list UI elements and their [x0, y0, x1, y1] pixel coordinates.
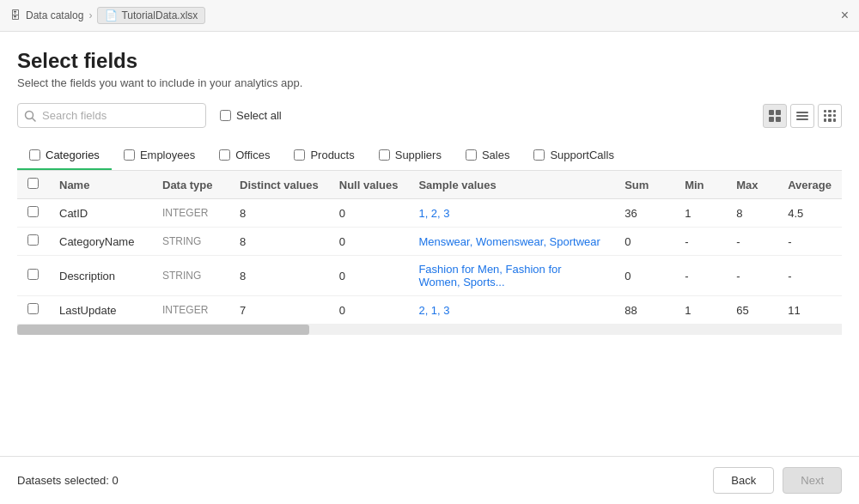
- cell-average: 4.5: [777, 199, 842, 228]
- col-header-type: Data type: [152, 171, 229, 199]
- tab-sales[interactable]: Sales: [454, 142, 522, 170]
- grid3-icon: [824, 110, 836, 122]
- col-header-max: Max: [726, 171, 777, 199]
- view-icons: [763, 104, 842, 128]
- cell-type: STRING: [152, 228, 229, 256]
- tab-suppliers[interactable]: Suppliers: [367, 142, 454, 170]
- tab-offices[interactable]: Offices: [207, 142, 282, 170]
- tab-checkbox-sales[interactable]: [466, 149, 477, 161]
- title-bar: 🗄 Data catalog › 📄 TutorialData.xlsx ×: [0, 0, 859, 32]
- row-checkbox-description[interactable]: [27, 269, 39, 280]
- cell-min: 1: [674, 296, 726, 325]
- page-title: Select fields: [17, 49, 842, 73]
- select-all-label[interactable]: Select all: [220, 109, 282, 122]
- cell-max: 8: [726, 199, 777, 228]
- cell-sample[interactable]: 2, 1, 3: [408, 296, 614, 325]
- tab-supportcalls[interactable]: SupportCalls: [521, 142, 625, 170]
- tab-checkbox-employees[interactable]: [124, 149, 135, 161]
- cell-name-categoryname: CategoryName: [49, 228, 152, 256]
- cell-min: 1: [674, 199, 726, 228]
- close-button[interactable]: ×: [841, 9, 849, 22]
- list-view-button[interactable]: [790, 104, 814, 128]
- cell-max: -: [726, 228, 777, 256]
- select-all-col-header: [17, 171, 49, 199]
- tab-employees[interactable]: Employees: [112, 142, 207, 170]
- grid3-view-button[interactable]: [818, 104, 842, 128]
- col-header-distinct: Distinct values: [229, 171, 329, 199]
- tab-label-products: Products: [310, 149, 354, 161]
- cell-null: 0: [329, 256, 409, 296]
- table-header: Name Data type Distinct values Null valu…: [17, 171, 842, 199]
- tab-label-offices: Offices: [235, 149, 270, 161]
- tab-checkbox-categories[interactable]: [29, 149, 40, 161]
- tab-categories[interactable]: Categories: [17, 142, 112, 170]
- col-header-sum: Sum: [614, 171, 674, 199]
- next-button[interactable]: Next: [783, 467, 842, 494]
- cell-sum: 0: [614, 228, 674, 256]
- cell-max: -: [726, 256, 777, 296]
- tab-label-sales: Sales: [482, 149, 510, 161]
- cell-name-catid: CatID: [49, 199, 152, 228]
- cell-type: INTEGER: [152, 199, 229, 228]
- cell-null: 0: [329, 199, 409, 228]
- svg-line-1: [33, 118, 36, 121]
- col-header-name: Name: [49, 171, 152, 199]
- cell-null: 0: [329, 228, 409, 256]
- table-select-all-checkbox[interactable]: [27, 178, 39, 189]
- cell-sum: 36: [614, 199, 674, 228]
- main-content: Select fields Select the fields you want…: [0, 32, 859, 335]
- table-body: CatIDINTEGER801, 2, 336184.5CategoryName…: [17, 199, 842, 325]
- col-header-avg: Average: [777, 171, 842, 199]
- horizontal-scrollbar[interactable]: [17, 325, 842, 335]
- back-button[interactable]: Back: [713, 467, 774, 494]
- breadcrumb-separator: ›: [88, 9, 92, 21]
- table-row: CatIDINTEGER801, 2, 336184.5: [17, 199, 842, 228]
- scrollbar-thumb[interactable]: [17, 325, 309, 335]
- search-input-wrapper: [17, 103, 206, 128]
- datasets-selected-status: Datasets selected: 0: [17, 474, 119, 487]
- data-table-wrapper[interactable]: Name Data type Distinct values Null valu…: [17, 171, 842, 325]
- cell-sum: 88: [614, 296, 674, 325]
- row-checkbox-catid[interactable]: [27, 206, 39, 217]
- table-row: LastUpdateINTEGER702, 1, 38816511: [17, 296, 842, 325]
- grid2-icon: [769, 110, 781, 122]
- cell-max: 65: [726, 296, 777, 325]
- cell-sample[interactable]: Menswear, Womenswear, Sportwear: [408, 228, 614, 256]
- cell-distinct: 8: [229, 228, 329, 256]
- breadcrumb-file[interactable]: 📄 TutorialData.xlsx: [97, 7, 205, 24]
- cell-average: 11: [777, 296, 842, 325]
- table-row: DescriptionSTRING80Fashion for Men, Fash…: [17, 256, 842, 296]
- search-icon: [24, 110, 36, 122]
- select-all-checkbox[interactable]: [220, 110, 231, 121]
- breadcrumb-catalog: Data catalog: [26, 9, 83, 21]
- list-icon: [796, 110, 808, 122]
- table-tabs: CategoriesEmployeesOfficesProductsSuppli…: [17, 142, 842, 171]
- tab-checkbox-supportcalls[interactable]: [533, 149, 545, 161]
- tab-products[interactable]: Products: [282, 142, 366, 170]
- cell-sum: 0: [614, 256, 674, 296]
- data-table: Name Data type Distinct values Null valu…: [17, 171, 842, 325]
- tab-checkbox-suppliers[interactable]: [379, 149, 390, 161]
- search-input[interactable]: [17, 103, 206, 128]
- search-row: Select all: [17, 103, 842, 128]
- cell-type: INTEGER: [152, 296, 229, 325]
- row-checkbox-categoryname[interactable]: [27, 234, 39, 246]
- tab-label-supportcalls: SupportCalls: [550, 149, 613, 161]
- tab-checkbox-products[interactable]: [294, 149, 305, 161]
- cell-average: -: [777, 256, 842, 296]
- cell-sample[interactable]: 1, 2, 3: [408, 199, 614, 228]
- cell-distinct: 8: [229, 256, 329, 296]
- cell-sample[interactable]: Fashion for Men, Fashion for Women, Spor…: [408, 256, 614, 296]
- page-subtitle: Select the fields you want to include in…: [17, 76, 842, 89]
- cell-name-lastupdate: LastUpdate: [49, 296, 152, 325]
- row-checkbox-lastupdate[interactable]: [27, 303, 39, 314]
- footer: Datasets selected: 0 Back Next: [0, 456, 859, 504]
- cell-min: -: [674, 228, 726, 256]
- col-header-sample: Sample values: [408, 171, 614, 199]
- grid2-view-button[interactable]: [763, 104, 787, 128]
- col-header-min: Min: [674, 171, 726, 199]
- cell-min: -: [674, 256, 726, 296]
- breadcrumb: 🗄 Data catalog › 📄 TutorialData.xlsx: [10, 7, 205, 24]
- tab-checkbox-offices[interactable]: [219, 149, 230, 161]
- col-header-null: Null values: [329, 171, 409, 199]
